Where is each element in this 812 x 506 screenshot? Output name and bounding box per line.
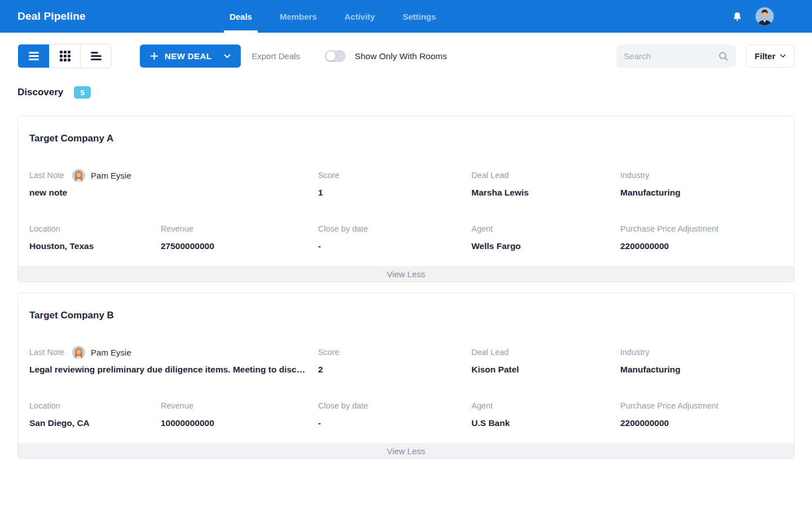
industry-label: Industry	[620, 169, 783, 182]
last-note-label: Last Note	[29, 169, 64, 182]
close-by-date-value: -	[318, 241, 471, 251]
deal-title[interactable]: Target Company B	[29, 310, 783, 321]
tab-deals-label: Deals	[230, 12, 252, 21]
list-view-icon	[29, 52, 39, 60]
revenue-label: Revenue	[161, 400, 318, 412]
industry-value: Manufacturing	[620, 188, 783, 198]
app-header: Deal Pipeline Deals Members Activity Set…	[0, 0, 812, 33]
ppa-value: 2200000000	[620, 241, 783, 251]
grid-view-button[interactable]	[49, 45, 80, 68]
field-close-by-date: Close by date -	[318, 223, 471, 251]
location-value: San Diego, CA	[29, 418, 161, 428]
toggle-knob	[326, 51, 336, 61]
stage-count-badge: 5	[74, 86, 91, 99]
list-view-button[interactable]	[18, 45, 49, 68]
location-label: Location	[29, 223, 161, 236]
note-author-name: Pam Eysie	[91, 348, 131, 357]
search-box[interactable]	[616, 45, 736, 68]
field-agent: Agent U.S Bank	[471, 400, 620, 428]
field-deal-lead: Deal Lead Marsha Lewis	[471, 169, 620, 198]
score-value: 2	[318, 365, 471, 375]
field-last-note: Last Note Pam Eysie new note	[29, 169, 318, 198]
notifications-bell-icon[interactable]	[732, 11, 743, 23]
agent-label: Agent	[471, 400, 620, 412]
field-purchase-price-adjustment: Purchase Price Adjustment 2200000000	[620, 400, 783, 428]
compact-view-icon	[91, 52, 102, 60]
new-deal-chevron-down-icon[interactable]	[224, 54, 231, 59]
user-avatar[interactable]	[756, 7, 774, 25]
field-last-note: Last Note Pam Eysie Legal reviewing prel…	[29, 346, 318, 375]
field-industry: Industry Manufacturing	[620, 169, 783, 198]
filter-button[interactable]: Filter	[746, 45, 795, 68]
view-less-button[interactable]: View Less	[18, 443, 794, 459]
rooms-toggle-label: Show Only With Rooms	[355, 51, 447, 61]
close-by-date-value: -	[318, 418, 471, 428]
search-input[interactable]	[624, 51, 718, 61]
filter-chevron-down-icon	[780, 54, 786, 58]
tab-settings[interactable]: Settings	[397, 0, 442, 33]
revenue-value: 10000000000	[161, 418, 318, 428]
field-purchase-price-adjustment: Purchase Price Adjustment 2200000000	[620, 223, 783, 251]
tab-deals[interactable]: Deals	[224, 0, 258, 33]
new-deal-label: NEW DEAL	[165, 51, 211, 61]
deal-lead-value: Marsha Lewis	[471, 188, 620, 198]
location-label: Location	[29, 400, 161, 412]
pipeline-stage-header: Discovery 5	[17, 86, 795, 99]
industry-value: Manufacturing	[620, 365, 783, 375]
rooms-toggle[interactable]: Show Only With Rooms	[325, 50, 447, 62]
plus-icon	[150, 52, 158, 60]
revenue-label: Revenue	[161, 223, 318, 236]
field-industry: Industry Manufacturing	[620, 346, 783, 375]
score-label: Score	[318, 346, 471, 359]
field-score: Score 1	[318, 169, 471, 198]
deal-card-body: Target Company B Last Note Pam Eysie	[18, 293, 794, 443]
deal-lead-label: Deal Lead	[471, 169, 620, 182]
field-revenue: Revenue 27500000000	[161, 223, 318, 251]
ppa-label: Purchase Price Adjustment	[620, 223, 783, 236]
app-title: Deal Pipeline	[17, 10, 86, 23]
tab-activity[interactable]: Activity	[339, 0, 381, 33]
export-deals-button[interactable]: Export Deals	[251, 51, 300, 61]
rooms-toggle-switch[interactable]	[325, 50, 346, 62]
note-author-avatar	[72, 346, 85, 359]
tab-members[interactable]: Members	[274, 0, 323, 33]
tab-members-label: Members	[280, 12, 317, 21]
deal-fields: Last Note Pam Eysie new note Score	[29, 169, 783, 251]
deal-title[interactable]: Target Company A	[29, 133, 783, 144]
score-value: 1	[318, 188, 471, 198]
new-deal-button[interactable]: NEW DEAL	[140, 45, 241, 68]
ppa-label: Purchase Price Adjustment	[620, 400, 783, 412]
deal-card: Target Company A Last Note Pam Eysie	[17, 116, 795, 282]
field-close-by-date: Close by date -	[318, 400, 471, 428]
filter-label: Filter	[754, 51, 775, 61]
compact-view-button[interactable]	[80, 45, 111, 68]
tab-activity-label: Activity	[345, 12, 375, 21]
tab-settings-label: Settings	[403, 12, 436, 21]
field-location: Location Houston, Texas	[29, 223, 161, 251]
deal-lead-value: Kison Patel	[471, 365, 620, 375]
agent-label: Agent	[471, 223, 620, 236]
view-less-button[interactable]: View Less	[18, 266, 794, 282]
score-label: Score	[318, 169, 471, 182]
field-revenue: Revenue 10000000000	[161, 400, 318, 428]
grid-view-icon	[60, 51, 70, 61]
deal-card: Target Company B Last Note Pam Eysie	[17, 292, 795, 459]
note-author-avatar	[72, 169, 85, 182]
ppa-value: 2200000000	[620, 418, 783, 428]
deal-card-body: Target Company A Last Note Pam Eysie	[18, 116, 794, 266]
industry-label: Industry	[620, 346, 783, 359]
field-location: Location San Diego, CA	[29, 400, 161, 428]
agent-value: U.S Bank	[471, 418, 620, 428]
last-note-value: Legal reviewing preliminary due diligenc…	[29, 365, 306, 375]
field-deal-lead: Deal Lead Kison Patel	[471, 346, 620, 375]
last-note-value: new note	[29, 188, 306, 198]
view-switcher	[17, 44, 112, 68]
deal-fields: Last Note Pam Eysie Legal reviewing prel…	[29, 346, 783, 428]
field-agent: Agent Wells Fargo	[471, 223, 620, 251]
header-actions	[732, 0, 774, 33]
deal-lead-label: Deal Lead	[471, 346, 620, 359]
main-nav: Deals Members Activity Settings	[224, 0, 442, 33]
location-value: Houston, Texas	[29, 241, 161, 251]
close-by-date-label: Close by date	[318, 223, 471, 236]
last-note-label: Last Note	[29, 346, 64, 359]
